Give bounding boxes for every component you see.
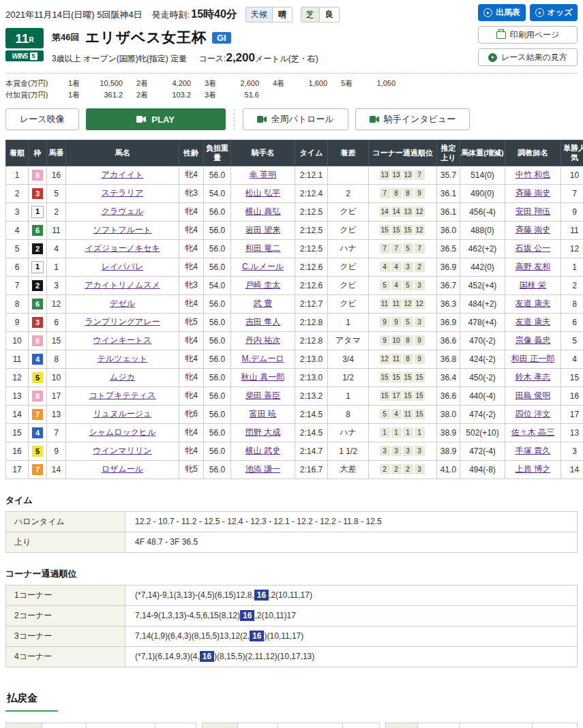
trainer-link[interactable]: 中竹 和也 (515, 170, 550, 179)
payout-table-left: 単勝 16 6,490円 10番人気 複勝 16 1,180円 11番人気 5 … (5, 723, 196, 728)
horse-name-link[interactable]: ランブリングアレー (85, 317, 160, 327)
play-circle-icon (535, 8, 544, 17)
jockey-link[interactable]: C.ルメール (242, 262, 284, 271)
trainer-cell: 安田 翔伍 (505, 202, 561, 221)
horse-name-link[interactable]: デゼル (110, 299, 135, 308)
jockey-link[interactable]: 富田 暁 (250, 409, 276, 419)
frame-badge: 4 (32, 427, 43, 438)
odds-button[interactable]: オッズ (530, 4, 578, 21)
finish-time: 2:12.4 (295, 184, 328, 202)
horse-name-link[interactable]: ウインキートス (93, 335, 152, 345)
last-3f: 36.4 (437, 368, 460, 386)
finish-time: 2:12.8 (295, 331, 328, 350)
jockey-interview-button[interactable]: 騎手インタビュー (355, 108, 470, 130)
trainer-link[interactable]: 石坂 公一 (515, 243, 550, 253)
win-favorite: 5 (561, 331, 583, 350)
main-prize-values: 1着10,5002着4,2003着2,6004着1,6005着1,050 (68, 78, 409, 89)
prize-amount: 10,500 (87, 78, 123, 89)
horse-name-link[interactable]: アカイトリノムスメ (85, 280, 160, 290)
jockey-link[interactable]: 幸 英明 (250, 170, 276, 179)
print-page-button[interactable]: 印刷用ページ (478, 26, 578, 44)
jockey-link[interactable]: 戸崎 圭太 (245, 280, 280, 290)
jockey-link[interactable]: 団野 大成 (245, 427, 280, 437)
jockey-link[interactable]: 柴田 善臣 (245, 391, 280, 400)
frame-cell: 8 (29, 386, 47, 405)
table-row: 2 3 5 ステラリア 牝3 54.0 松山 弘平 2:12.4 2 7889 … (6, 184, 583, 202)
added-prize-values: 1着361.22着103.23着51.6 (68, 89, 273, 101)
jockey-link[interactable]: M.デムーロ (241, 354, 284, 363)
trainer-link[interactable]: 佐々木 晶三 (511, 427, 554, 437)
jockey-link[interactable]: 吉田 隼人 (245, 317, 280, 327)
jockey-link[interactable]: 武 豊 (254, 299, 272, 308)
wakuren-pay: 2,610円 (278, 723, 343, 728)
horse-name-link[interactable]: シャムロックヒル (89, 427, 155, 437)
umaren-row: 馬連 5-16 51,870円 58番人気 (386, 723, 578, 728)
play-button[interactable]: PLAY (86, 108, 226, 130)
jockey-link[interactable]: 丹内 祐次 (245, 335, 280, 345)
trainer-cell: 和田 正一郎 (505, 350, 561, 368)
corner-1-order: (*7,14)-9,1(3,13)-(4,5)(6,15)12,8,16,2(1… (125, 585, 578, 605)
result-guide-button[interactable]: レース結果の見方 (478, 48, 578, 66)
sex-age: 牝4 (179, 368, 204, 386)
win-favorite: 11 (561, 221, 583, 239)
horse-name-cell: ムジカ (66, 368, 179, 386)
play-circle-icon (483, 8, 492, 17)
trainer-link[interactable]: 宗像 義忠 (515, 335, 550, 345)
horse-name-cell: ウインマリリン (66, 442, 179, 460)
jockey-link[interactable]: 岩田 望来 (245, 225, 280, 234)
frame-cell: 6 (29, 294, 47, 313)
horse-name-link[interactable]: ロザムール (102, 464, 143, 474)
horse-name-link[interactable]: ウインマリリン (93, 446, 152, 455)
weight-carried: 56.0 (204, 460, 231, 479)
trainer-link[interactable]: 友道 康夫 (515, 299, 550, 308)
tansho-pay: 6,490円 (86, 723, 155, 728)
horse-weight: 450(-2) (460, 368, 505, 386)
horse-name-link[interactable]: クラヴェル (102, 207, 143, 216)
trainer-link[interactable]: 斉藤 崇史 (515, 188, 550, 198)
trainer-link[interactable]: 四位 洋文 (515, 409, 550, 419)
horse-name-cell: コトブキテティス (66, 386, 179, 405)
weather-label: 天候 (246, 7, 273, 22)
start-time-label: 発走時刻: (152, 9, 190, 21)
trainer-link[interactable]: 鈴木 孝志 (515, 372, 550, 382)
weight-carried: 56.0 (204, 239, 231, 258)
win-favorite: 6 (561, 313, 583, 331)
prize-amount: 4,200 (155, 78, 191, 89)
horse-name-link[interactable]: ステラリア (102, 188, 143, 198)
trainer-link[interactable]: 高野 友和 (515, 262, 550, 271)
horse-name-link[interactable]: アカイイト (102, 170, 143, 179)
horse-name-link[interactable]: テルツェット (98, 354, 148, 363)
corner-order: 15151515 (369, 368, 437, 386)
trainer-link[interactable]: 友道 康夫 (515, 317, 550, 327)
trainer-link[interactable]: 手塚 貴久 (515, 446, 550, 455)
horse-name-link[interactable]: コトブキテティス (89, 391, 155, 400)
jockey-link[interactable]: 横山 典弘 (245, 207, 280, 216)
sex-age: 牝6 (179, 405, 204, 423)
jockey-link[interactable]: 松山 弘平 (245, 188, 280, 198)
jockey-link[interactable]: 秋山 真一郎 (241, 372, 284, 382)
frame-badge: 1 (31, 261, 44, 273)
horse-name-link[interactable]: ムジカ (110, 372, 135, 382)
trainer-link[interactable]: 安田 翔伍 (515, 207, 550, 216)
finish-position: 6 (6, 258, 29, 276)
corner-row: 2コーナー 7,14-9(1,3,13)-4,5,6,15(8,12)16,2(… (6, 605, 578, 626)
horse-name-link[interactable]: イズジョーノキセキ (85, 243, 160, 253)
trainer-link[interactable]: 国枝 栄 (520, 280, 546, 290)
jockey-link[interactable]: 横山 武史 (245, 446, 280, 455)
corner-order: 7757 (369, 239, 437, 258)
horse-name-link[interactable]: ソフトフルート (93, 225, 152, 234)
horse-number: 16 (47, 166, 66, 184)
jockey-link[interactable]: 和田 竜二 (245, 243, 280, 253)
jockey-link[interactable]: 池添 謙一 (245, 464, 280, 474)
sex-age: 牝4 (179, 239, 204, 258)
trainer-link[interactable]: 和田 正一郎 (511, 354, 554, 363)
trainer-link[interactable]: 上原 博之 (515, 464, 550, 474)
patrol-video-button[interactable]: 全周パトロール (243, 108, 348, 130)
horse-name-link[interactable]: レイパパレ (102, 262, 143, 271)
jockey-cell: 松山 弘平 (231, 184, 295, 202)
horse-name-link[interactable]: リュヌルージュ (93, 409, 152, 419)
trainer-link[interactable]: 田島 俊明 (515, 391, 550, 400)
trainer-link[interactable]: 斉藤 崇史 (515, 225, 550, 234)
entries-button[interactable]: 出馬表 (478, 4, 526, 21)
horse-number: 3 (47, 276, 66, 294)
